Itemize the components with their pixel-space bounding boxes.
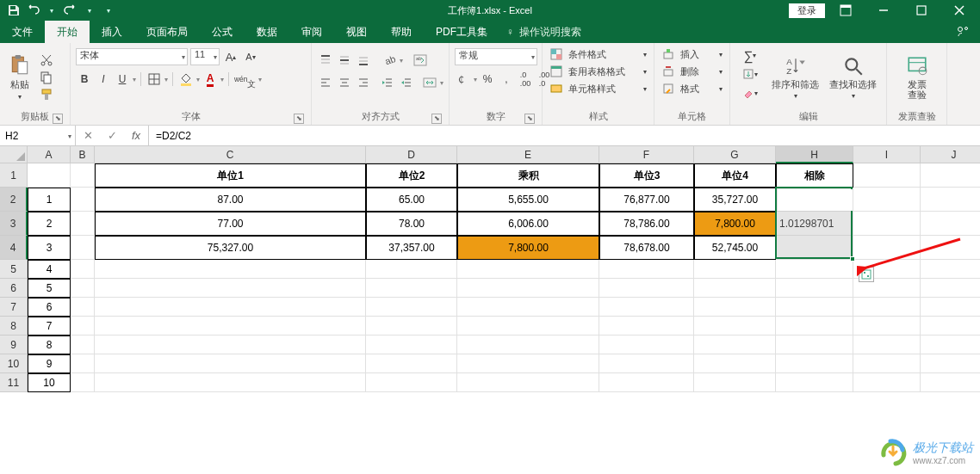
cell-D6[interactable]	[366, 279, 457, 298]
tab-file[interactable]: 文件	[0, 21, 45, 43]
cell-C8[interactable]	[95, 317, 366, 335]
cell-E5[interactable]	[457, 260, 599, 279]
cell-B10[interactable]	[71, 354, 95, 373]
insert-cells-button[interactable]: 插入▾	[660, 46, 724, 62]
wrap-text-icon[interactable]: ab	[412, 52, 429, 69]
cell-F9[interactable]	[599, 335, 694, 354]
cell-F3[interactable]: 78,786.00	[599, 212, 694, 236]
cell-G4[interactable]: 52,745.00	[694, 236, 776, 260]
cell-B3[interactable]	[71, 212, 95, 236]
autosum-icon[interactable]: ∑▾	[735, 46, 765, 64]
column-header-D[interactable]: D	[366, 146, 457, 163]
cell-C5[interactable]	[95, 260, 366, 279]
bold-button[interactable]: B	[76, 71, 93, 88]
cell-G6[interactable]	[694, 279, 776, 298]
cell-J6[interactable]	[921, 279, 980, 298]
cell-J8[interactable]	[921, 317, 980, 335]
cell-A3[interactable]: 2	[28, 212, 71, 236]
delete-cells-button[interactable]: 删除▾	[660, 64, 724, 79]
cell-F5[interactable]	[599, 260, 694, 279]
comma-format-icon[interactable]: ,	[498, 71, 515, 88]
cell-I4[interactable]	[853, 236, 921, 260]
qat-customize-icon[interactable]: ▾	[102, 3, 115, 17]
orientation-icon[interactable]: ab	[381, 52, 398, 69]
cell-C7[interactable]	[95, 298, 366, 317]
cell-G9[interactable]	[694, 335, 776, 354]
cell-A6[interactable]: 5	[28, 279, 71, 298]
cell-D10[interactable]	[366, 354, 457, 373]
row-header-11[interactable]: 11	[0, 373, 28, 392]
cell-F4[interactable]: 78,678.00	[599, 236, 694, 260]
cell-F11[interactable]	[599, 373, 694, 392]
increase-decimal-icon[interactable]: .0.00	[517, 71, 534, 88]
cell-I11[interactable]	[853, 373, 921, 392]
name-box[interactable]: H2▾	[0, 126, 76, 145]
chevron-down-icon[interactable]: ▾	[45, 3, 59, 17]
cell-H3[interactable]: 1.01298701	[776, 212, 853, 236]
cell-B1[interactable]	[71, 163, 95, 188]
cell-B8[interactable]	[71, 317, 95, 335]
align-middle-icon[interactable]	[336, 52, 353, 69]
cell-C10[interactable]	[95, 354, 366, 373]
font-color-button[interactable]: A	[202, 71, 219, 88]
copy-icon[interactable]	[38, 70, 55, 85]
cell-F8[interactable]	[599, 317, 694, 335]
align-right-icon[interactable]	[355, 74, 372, 91]
tab-home[interactable]: 开始	[45, 21, 90, 43]
cell-H6[interactable]	[776, 279, 853, 298]
cell-A11[interactable]: 10	[28, 373, 71, 392]
row-header-1[interactable]: 1	[0, 163, 28, 188]
clipboard-launcher[interactable]: ⬊	[53, 114, 63, 124]
share-button[interactable]	[946, 21, 980, 43]
clear-icon[interactable]: ▾	[735, 84, 765, 102]
cell-A10[interactable]: 9	[28, 354, 71, 373]
cell-B7[interactable]	[71, 298, 95, 317]
cell-E1[interactable]: 乘积	[457, 163, 599, 188]
cell-D5[interactable]	[366, 260, 457, 279]
row-header-3[interactable]: 3	[0, 212, 28, 236]
column-header-F[interactable]: F	[599, 146, 694, 163]
autofill-options-button[interactable]	[859, 267, 874, 282]
fill-handle[interactable]	[850, 256, 855, 262]
enter-formula-icon[interactable]: ✓	[100, 129, 124, 142]
tab-help[interactable]: 帮助	[379, 21, 424, 43]
row-header-10[interactable]: 10	[0, 354, 28, 373]
cell-A4[interactable]: 3	[28, 236, 71, 260]
column-header-H[interactable]: H	[776, 146, 853, 163]
cell-H11[interactable]	[776, 373, 853, 392]
cell-B6[interactable]	[71, 279, 95, 298]
column-header-A[interactable]: A	[28, 146, 71, 163]
border-button[interactable]	[146, 71, 163, 88]
format-cells-button[interactable]: 格式▾	[660, 81, 724, 96]
cell-E2[interactable]: 5,655.00	[457, 188, 599, 212]
cell-C11[interactable]	[95, 373, 366, 392]
column-header-G[interactable]: G	[694, 146, 776, 163]
font-name-select[interactable]: 宋体▾	[76, 48, 188, 65]
row-header-7[interactable]: 7	[0, 298, 28, 317]
maximize-icon[interactable]	[904, 0, 939, 21]
cell-H5[interactable]	[776, 260, 853, 279]
cell-G3[interactable]: 7,800.00	[694, 212, 776, 236]
cell-H10[interactable]	[776, 354, 853, 373]
cell-I8[interactable]	[853, 317, 921, 335]
cell-D9[interactable]	[366, 335, 457, 354]
tab-formulas[interactable]: 公式	[200, 21, 245, 43]
row-header-4[interactable]: 4	[0, 236, 28, 260]
cell-B2[interactable]	[71, 188, 95, 212]
cell-G1[interactable]: 单位4	[694, 163, 776, 188]
number-format-select[interactable]: 常规▾	[455, 48, 537, 65]
cell-F1[interactable]: 单位3	[599, 163, 694, 188]
alignment-launcher[interactable]: ⬊	[431, 114, 442, 124]
chevron-down-icon[interactable]: ▾	[83, 3, 96, 17]
cell-F6[interactable]	[599, 279, 694, 298]
number-launcher[interactable]: ⬊	[524, 114, 535, 124]
cell-B11[interactable]	[71, 373, 95, 392]
cell-A9[interactable]: 8	[28, 335, 71, 354]
cell-A2[interactable]: 1	[28, 188, 71, 212]
fill-color-button[interactable]	[177, 71, 195, 88]
cell-B9[interactable]	[71, 335, 95, 354]
cell-A5[interactable]: 4	[28, 260, 71, 279]
column-header-B[interactable]: B	[71, 146, 95, 163]
cell-J1[interactable]	[921, 163, 980, 188]
invoice-check-button[interactable]: 发票 查验	[902, 53, 932, 102]
